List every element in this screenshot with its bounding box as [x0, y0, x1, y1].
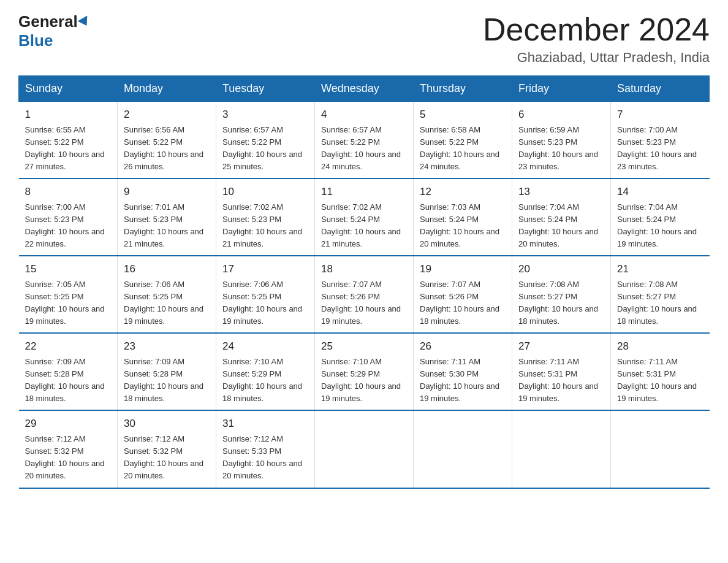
calendar-cell: 16Sunrise: 7:06 AMSunset: 5:25 PMDayligh…	[118, 256, 216, 333]
day-number: 21	[617, 261, 703, 277]
day-info: Sunrise: 7:02 AMSunset: 5:23 PMDaylight:…	[222, 202, 302, 248]
day-number: 9	[124, 184, 210, 200]
day-number: 30	[124, 416, 210, 432]
day-number: 8	[25, 184, 112, 200]
calendar-cell: 17Sunrise: 7:06 AMSunset: 5:25 PMDayligh…	[216, 256, 315, 333]
calendar-body: 1Sunrise: 6:55 AMSunset: 5:22 PMDaylight…	[19, 102, 710, 488]
calendar-cell: 8Sunrise: 7:00 AMSunset: 5:23 PMDaylight…	[19, 178, 118, 256]
day-info: Sunrise: 7:04 AMSunset: 5:24 PMDaylight:…	[518, 202, 598, 248]
week-row-3: 15Sunrise: 7:05 AMSunset: 5:25 PMDayligh…	[19, 256, 710, 333]
day-info: Sunrise: 7:08 AMSunset: 5:27 PMDaylight:…	[518, 280, 598, 326]
calendar-cell	[611, 410, 710, 488]
calendar-cell: 22Sunrise: 7:09 AMSunset: 5:28 PMDayligh…	[19, 333, 118, 410]
day-info: Sunrise: 7:11 AMSunset: 5:30 PMDaylight:…	[420, 357, 499, 403]
day-number: 20	[518, 261, 604, 277]
calendar-cell: 7Sunrise: 7:00 AMSunset: 5:23 PMDaylight…	[611, 102, 710, 179]
day-number: 31	[222, 416, 308, 432]
day-info: Sunrise: 7:09 AMSunset: 5:28 PMDaylight:…	[25, 357, 105, 403]
calendar-cell: 14Sunrise: 7:04 AMSunset: 5:24 PMDayligh…	[611, 178, 710, 256]
calendar-cell: 3Sunrise: 6:57 AMSunset: 5:22 PMDaylight…	[216, 102, 315, 179]
day-info: Sunrise: 6:58 AMSunset: 5:22 PMDaylight:…	[420, 125, 499, 171]
day-number: 24	[222, 339, 308, 354]
day-info: Sunrise: 7:06 AMSunset: 5:25 PMDaylight:…	[222, 280, 302, 326]
calendar-cell: 9Sunrise: 7:01 AMSunset: 5:23 PMDaylight…	[118, 178, 216, 256]
day-info: Sunrise: 7:05 AMSunset: 5:25 PMDaylight:…	[25, 280, 105, 326]
calendar-cell: 12Sunrise: 7:03 AMSunset: 5:24 PMDayligh…	[414, 178, 512, 256]
day-info: Sunrise: 7:10 AMSunset: 5:29 PMDaylight:…	[222, 357, 302, 403]
day-number: 27	[518, 339, 604, 354]
calendar-cell: 19Sunrise: 7:07 AMSunset: 5:26 PMDayligh…	[414, 256, 512, 333]
calendar-cell: 20Sunrise: 7:08 AMSunset: 5:27 PMDayligh…	[512, 256, 611, 333]
day-info: Sunrise: 7:06 AMSunset: 5:25 PMDaylight:…	[124, 280, 203, 326]
day-number: 6	[518, 107, 604, 123]
day-info: Sunrise: 7:03 AMSunset: 5:24 PMDaylight:…	[420, 202, 499, 248]
header-day-friday: Friday	[512, 76, 611, 102]
day-number: 23	[124, 339, 210, 354]
calendar-cell: 11Sunrise: 7:02 AMSunset: 5:24 PMDayligh…	[315, 178, 414, 256]
header-day-monday: Monday	[118, 76, 216, 102]
calendar-cell: 15Sunrise: 7:05 AMSunset: 5:25 PMDayligh…	[19, 256, 118, 333]
month-title: December 2024	[483, 12, 710, 47]
calendar-cell: 30Sunrise: 7:12 AMSunset: 5:32 PMDayligh…	[118, 410, 216, 488]
header-day-wednesday: Wednesday	[315, 76, 414, 102]
day-info: Sunrise: 7:12 AMSunset: 5:32 PMDaylight:…	[25, 434, 105, 480]
header-day-saturday: Saturday	[611, 76, 710, 102]
calendar-cell	[414, 410, 512, 488]
calendar-cell: 4Sunrise: 6:57 AMSunset: 5:22 PMDaylight…	[315, 102, 414, 179]
calendar-header: SundayMondayTuesdayWednesdayThursdayFrid…	[19, 76, 710, 102]
day-info: Sunrise: 7:09 AMSunset: 5:28 PMDaylight:…	[124, 357, 203, 403]
day-number: 16	[124, 261, 210, 277]
day-info: Sunrise: 7:00 AMSunset: 5:23 PMDaylight:…	[617, 125, 697, 171]
day-number: 2	[124, 107, 210, 123]
calendar-cell: 27Sunrise: 7:11 AMSunset: 5:31 PMDayligh…	[512, 333, 611, 410]
day-info: Sunrise: 7:01 AMSunset: 5:23 PMDaylight:…	[124, 202, 203, 248]
calendar-cell	[315, 410, 414, 488]
day-info: Sunrise: 7:12 AMSunset: 5:32 PMDaylight:…	[124, 434, 203, 480]
day-info: Sunrise: 6:57 AMSunset: 5:22 PMDaylight:…	[321, 125, 401, 171]
calendar-cell: 25Sunrise: 7:10 AMSunset: 5:29 PMDayligh…	[315, 333, 414, 410]
day-info: Sunrise: 7:07 AMSunset: 5:26 PMDaylight:…	[420, 280, 499, 326]
header-day-thursday: Thursday	[414, 76, 512, 102]
calendar-cell: 21Sunrise: 7:08 AMSunset: 5:27 PMDayligh…	[611, 256, 710, 333]
day-info: Sunrise: 7:00 AMSunset: 5:23 PMDaylight:…	[25, 202, 105, 248]
calendar-cell: 23Sunrise: 7:09 AMSunset: 5:28 PMDayligh…	[118, 333, 216, 410]
day-info: Sunrise: 6:59 AMSunset: 5:23 PMDaylight:…	[518, 125, 598, 171]
day-number: 1	[25, 107, 112, 123]
day-number: 25	[321, 339, 407, 354]
calendar-cell: 28Sunrise: 7:11 AMSunset: 5:31 PMDayligh…	[611, 333, 710, 410]
calendar-cell: 10Sunrise: 7:02 AMSunset: 5:23 PMDayligh…	[216, 178, 315, 256]
day-number: 26	[420, 339, 506, 354]
logo-triangle-icon	[78, 15, 92, 28]
day-number: 17	[222, 261, 308, 277]
day-info: Sunrise: 7:07 AMSunset: 5:26 PMDaylight:…	[321, 280, 401, 326]
day-number: 15	[25, 261, 112, 277]
day-number: 12	[420, 184, 506, 200]
page-header: General Blue December 2024 Ghaziabad, Ut…	[18, 12, 710, 66]
day-number: 22	[25, 339, 112, 354]
header-day-sunday: Sunday	[19, 76, 118, 102]
logo-blue: Blue	[18, 31, 53, 50]
day-number: 10	[222, 184, 308, 200]
day-number: 7	[617, 107, 703, 123]
header-day-tuesday: Tuesday	[216, 76, 315, 102]
calendar-cell: 5Sunrise: 6:58 AMSunset: 5:22 PMDaylight…	[414, 102, 512, 179]
calendar-cell: 24Sunrise: 7:10 AMSunset: 5:29 PMDayligh…	[216, 333, 315, 410]
day-info: Sunrise: 6:57 AMSunset: 5:22 PMDaylight:…	[222, 125, 302, 171]
day-info: Sunrise: 7:04 AMSunset: 5:24 PMDaylight:…	[617, 202, 697, 248]
day-number: 19	[420, 261, 506, 277]
day-info: Sunrise: 7:08 AMSunset: 5:27 PMDaylight:…	[617, 280, 697, 326]
calendar-cell: 13Sunrise: 7:04 AMSunset: 5:24 PMDayligh…	[512, 178, 611, 256]
title-area: December 2024 Ghaziabad, Uttar Pradesh, …	[483, 12, 710, 66]
calendar-cell	[512, 410, 611, 488]
day-number: 11	[321, 184, 407, 200]
day-number: 29	[25, 416, 112, 432]
logo-mark: General	[18, 12, 90, 31]
day-info: Sunrise: 7:11 AMSunset: 5:31 PMDaylight:…	[617, 357, 697, 403]
calendar-cell: 18Sunrise: 7:07 AMSunset: 5:26 PMDayligh…	[315, 256, 414, 333]
day-info: Sunrise: 7:02 AMSunset: 5:24 PMDaylight:…	[321, 202, 401, 248]
day-info: Sunrise: 6:56 AMSunset: 5:22 PMDaylight:…	[124, 125, 203, 171]
week-row-5: 29Sunrise: 7:12 AMSunset: 5:32 PMDayligh…	[19, 410, 710, 488]
location-subtitle: Ghaziabad, Uttar Pradesh, India	[483, 50, 710, 66]
logo-general: General	[18, 12, 78, 31]
logo: General Blue	[18, 12, 90, 50]
